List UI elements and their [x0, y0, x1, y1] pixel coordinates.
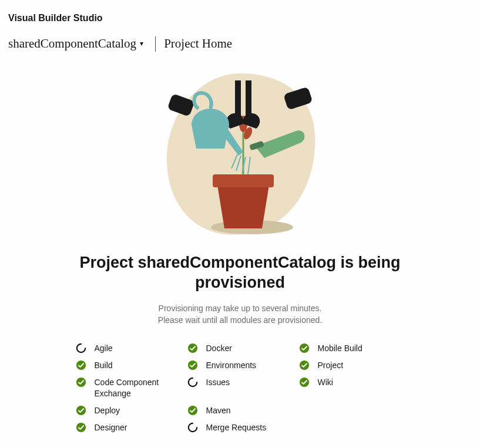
module-label: Build — [95, 359, 113, 370]
module-item: Wiki — [299, 376, 405, 398]
module-label: Docker — [206, 342, 232, 353]
check-circle-icon — [76, 422, 86, 433]
check-circle-icon — [76, 405, 86, 416]
module-item: Merge Requests — [187, 422, 293, 433]
module-item: Maven — [187, 405, 293, 416]
module-label: Project — [318, 359, 344, 370]
module-item: Code Component Exchange — [76, 376, 182, 398]
breadcrumb: sharedComponentCatalog ▾ Project Home — [0, 23, 480, 52]
module-item: Designer — [76, 422, 182, 433]
provisioning-content: Project sharedComponentCatalog is being … — [0, 70, 480, 433]
spinner-icon — [76, 343, 86, 353]
svg-rect-1 — [213, 174, 274, 187]
caret-down-icon: ▾ — [140, 39, 143, 48]
check-circle-icon — [299, 343, 310, 353]
svg-point-21 — [299, 361, 308, 370]
module-item: Issues — [187, 376, 293, 398]
provisioning-subtext: Provisioning may take up to several minu… — [158, 302, 322, 326]
module-label: Environments — [206, 359, 257, 370]
spinner-icon — [187, 422, 198, 433]
check-circle-icon — [187, 343, 198, 353]
project-name: sharedComponentCatalog — [8, 36, 136, 51]
module-item: Deploy — [76, 405, 182, 416]
check-circle-icon — [299, 377, 310, 388]
project-dropdown[interactable]: sharedComponentCatalog ▾ — [5, 35, 147, 52]
breadcrumb-current: Project Home — [164, 36, 232, 51]
spinner-icon — [187, 377, 198, 388]
svg-point-19 — [187, 406, 197, 415]
module-label: Merge Requests — [206, 422, 267, 433]
svg-point-22 — [299, 378, 308, 387]
module-label: Maven — [206, 405, 231, 416]
svg-rect-4 — [235, 80, 241, 116]
module-item: Mobile Build — [299, 342, 405, 353]
check-circle-icon — [76, 360, 86, 370]
module-label: Designer — [95, 422, 127, 433]
module-label: Code Component Exchange — [95, 376, 182, 398]
check-circle-icon — [187, 360, 198, 370]
check-circle-icon — [299, 360, 310, 370]
svg-point-17 — [187, 343, 197, 353]
module-label: Deploy — [95, 405, 120, 416]
svg-rect-5 — [246, 80, 251, 116]
provisioning-subline-1: Provisioning may take up to several minu… — [158, 302, 322, 314]
module-item: Project — [299, 359, 405, 370]
module-item: Environments — [187, 359, 293, 370]
modules-grid: AgileBuildCode Component ExchangeDeployD… — [76, 342, 405, 433]
provisioning-subline-2: Please wait until all modules are provis… — [158, 314, 322, 326]
module-item: Docker — [187, 342, 293, 353]
module-item: Agile — [76, 342, 182, 353]
svg-point-20 — [299, 343, 308, 353]
module-label: Wiki — [318, 376, 333, 388]
svg-point-15 — [76, 406, 85, 415]
module-label: Issues — [206, 376, 230, 388]
planting-illustration — [161, 70, 320, 240]
provisioning-heading: Project sharedComponentCatalog is being … — [76, 253, 405, 293]
module-item: Build — [76, 359, 182, 370]
svg-point-13 — [76, 361, 85, 370]
module-label: Agile — [95, 342, 113, 353]
app-title: Visual Builder Studio — [0, 0, 480, 23]
breadcrumb-separator — [155, 36, 156, 52]
check-circle-icon — [76, 377, 86, 388]
svg-point-18 — [187, 361, 197, 370]
check-circle-icon — [187, 405, 198, 416]
module-label: Mobile Build — [318, 342, 362, 353]
svg-point-14 — [76, 378, 85, 387]
svg-point-16 — [76, 423, 85, 432]
